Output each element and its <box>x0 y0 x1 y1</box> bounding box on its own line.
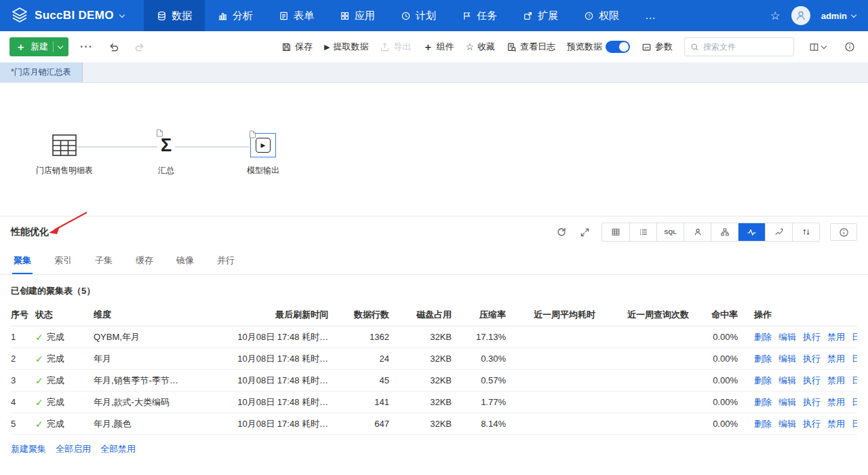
save-button[interactable]: 保存 <box>281 41 313 53</box>
action-delete[interactable]: 删除 <box>754 419 772 429</box>
action-disable[interactable]: 禁用 <box>827 375 845 385</box>
action-log[interactable]: 日志 <box>852 354 857 364</box>
action-execute[interactable]: 执行 <box>803 332 821 342</box>
parameters-icon: x= <box>642 42 652 52</box>
plus-icon: ＋ <box>16 41 26 54</box>
action-log[interactable]: 日志 <box>852 332 857 342</box>
refresh-button[interactable] <box>555 225 568 239</box>
topology-icon <box>720 227 730 237</box>
user-flow-view-button[interactable] <box>684 223 711 241</box>
expand-icon <box>580 227 590 238</box>
favorite-star-icon[interactable]: ☆ <box>770 10 780 22</box>
expand-button[interactable] <box>578 226 591 239</box>
toolbar-info-button[interactable] <box>841 40 859 54</box>
parameters-button[interactable]: x= 参数 <box>642 41 673 53</box>
nav-item-plans[interactable]: 计划 <box>388 0 449 31</box>
preview-toggle[interactable] <box>606 41 630 53</box>
tab-subsets[interactable]: 子集 <box>94 248 114 274</box>
more-button[interactable]: ··· <box>77 39 96 54</box>
table-view-button[interactable] <box>602 223 629 241</box>
tab-cache[interactable]: 缓存 <box>134 248 155 274</box>
refresh-icon <box>556 227 567 238</box>
extension-icon <box>523 11 533 21</box>
model-canvas[interactable]: 门店销售明细表 Σ 汇总 ▶ 模型输出 <box>0 83 868 216</box>
action-execute[interactable]: 执行 <box>803 397 821 407</box>
action-log[interactable]: 日志 <box>852 375 857 385</box>
action-delete[interactable]: 删除 <box>754 375 772 385</box>
brand[interactable]: SuccBI DEMO <box>0 0 144 31</box>
topology-view-button[interactable] <box>711 223 738 241</box>
nav-item-forms[interactable]: 表单 <box>266 0 327 31</box>
nav-item-permissions[interactable]: ? 权限 <box>571 0 632 31</box>
action-edit[interactable]: 编辑 <box>778 375 796 385</box>
nav-item-analysis[interactable]: 分析 <box>205 0 266 31</box>
user-icon <box>795 10 807 22</box>
nav-item-data[interactable]: 数据 <box>144 0 205 31</box>
database-icon <box>157 11 167 21</box>
nav-item-extensions[interactable]: 扩展 <box>510 0 571 31</box>
enable-all-link[interactable]: 全部启用 <box>56 443 91 455</box>
action-delete[interactable]: 删除 <box>754 354 772 364</box>
node-model-output[interactable]: ▶ 模型输出 <box>219 132 307 176</box>
new-button[interactable]: ＋ 新建 <box>9 37 68 56</box>
list-view-button[interactable] <box>629 223 656 241</box>
view-log-button[interactable]: 查看日志 <box>507 41 555 53</box>
action-execute[interactable]: 执行 <box>803 419 821 429</box>
action-disable[interactable]: 禁用 <box>827 332 845 342</box>
avatar[interactable] <box>791 6 810 25</box>
export-button[interactable]: 导出 <box>380 41 411 53</box>
action-execute[interactable]: 执行 <box>803 354 821 364</box>
col-disk-usage: 磁盘占用 <box>389 309 452 321</box>
new-aggregate-link[interactable]: 新建聚集 <box>11 443 46 455</box>
action-edit[interactable]: 编辑 <box>778 397 796 407</box>
component-button[interactable]: ＋ 组件 <box>422 41 454 54</box>
undo-button[interactable] <box>104 40 123 54</box>
action-disable[interactable]: 禁用 <box>827 354 845 364</box>
node-label: 模型输出 <box>247 165 279 176</box>
nav-item-more[interactable]: … <box>632 0 670 31</box>
action-edit[interactable]: 编辑 <box>778 332 796 342</box>
swap-view-button[interactable] <box>792 223 819 241</box>
disable-all-link[interactable]: 全部禁用 <box>100 443 136 455</box>
tab-mirror[interactable]: 镜像 <box>175 248 195 274</box>
bar-chart-icon <box>218 11 228 21</box>
status-check-icon: ✓ <box>35 332 43 343</box>
action-edit[interactable]: 编辑 <box>778 354 796 364</box>
panel-info-button[interactable] <box>830 223 857 241</box>
action-disable[interactable]: 禁用 <box>827 397 845 407</box>
layout-view-button[interactable] <box>806 41 829 54</box>
nav-item-tasks[interactable]: 任务 <box>449 0 510 31</box>
col-refresh-time: 最后刷新时间 <box>213 309 328 321</box>
selected-node-box: ▶ <box>250 133 276 157</box>
preview-data-control: 预览数据 <box>567 41 630 53</box>
performance-view-button[interactable] <box>738 223 765 241</box>
action-delete[interactable]: 删除 <box>754 332 772 342</box>
action-delete[interactable]: 删除 <box>754 397 772 407</box>
document-tab[interactable]: *门店月销汇总表 <box>0 62 83 82</box>
nav-item-apps[interactable]: 应用 <box>327 0 388 31</box>
user-menu[interactable]: admin <box>821 11 856 21</box>
node-source-table[interactable]: 门店销售明细表 <box>20 132 108 176</box>
sql-view-button[interactable]: SQL <box>656 223 684 241</box>
redo-button[interactable] <box>131 40 149 54</box>
node-aggregate[interactable]: Σ 汇总 <box>122 132 210 176</box>
tab-aggregates[interactable]: 聚集 <box>12 248 33 274</box>
favorite-button[interactable]: ☆ 收藏 <box>465 41 495 53</box>
status-check-icon: ✓ <box>35 419 43 430</box>
tab-indexes[interactable]: 索引 <box>53 248 73 274</box>
view-switcher: SQL <box>601 223 820 242</box>
swap-icon <box>802 227 811 237</box>
action-disable[interactable]: 禁用 <box>827 419 845 429</box>
extract-data-button[interactable]: ▶ 提取数据 <box>324 41 368 53</box>
panel-footer: 新建聚集 全部启用 全部禁用 <box>0 435 868 463</box>
action-edit[interactable]: 编辑 <box>778 419 796 429</box>
row-actions: 删除编辑执行禁用日志 <box>738 331 857 343</box>
trend-view-button[interactable] <box>765 223 792 241</box>
plus-icon: ＋ <box>422 41 433 54</box>
action-log[interactable]: 日志 <box>852 419 857 429</box>
username: admin <box>821 11 847 21</box>
action-log[interactable]: 日志 <box>852 397 857 407</box>
action-execute[interactable]: 执行 <box>803 375 821 385</box>
search-input[interactable] <box>703 42 788 52</box>
tab-parallel[interactable]: 并行 <box>216 248 236 274</box>
